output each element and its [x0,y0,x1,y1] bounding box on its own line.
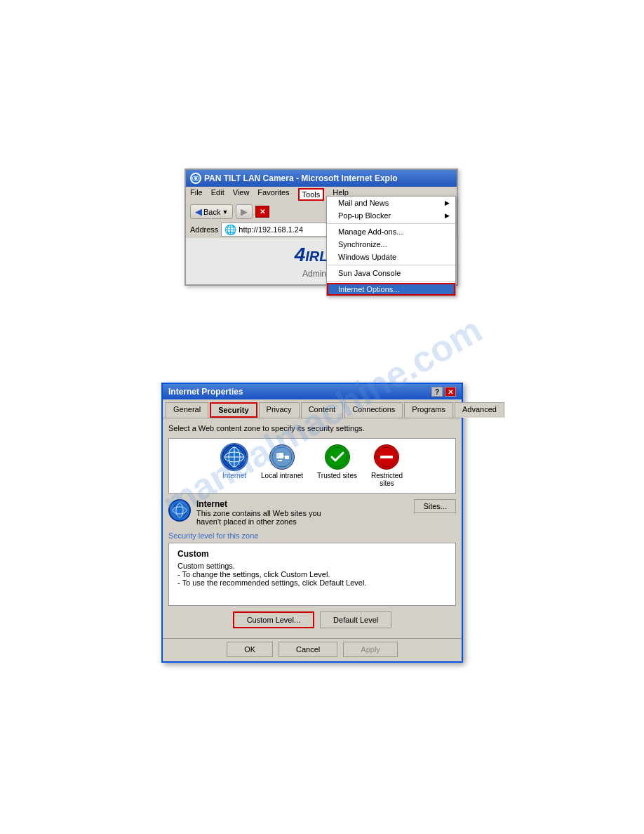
stop-button[interactable]: ✕ [255,206,269,218]
close-button[interactable]: ✕ [445,387,456,397]
dialog-tabs: General Security Privacy Content Connect… [163,399,462,418]
internet-info-area: Internet This zone contains all Web site… [168,499,456,526]
dialog-title-icons: ? ✕ [431,387,456,397]
dropdown-item-mail-label: Mail and News [338,199,389,207]
tab-general[interactable]: General [166,402,208,418]
dropdown-item-windows-update-label: Windows Update [338,253,396,261]
dropdown-item-internet-options[interactable]: Internet Options... [327,283,455,296]
zone-restricted-sites[interactable]: Restricted sites [371,444,403,487]
dropdown-item-addons[interactable]: Manage Add-ons... [327,225,455,238]
dialog-description: Select a Web content zone to specify its… [168,424,456,432]
svg-rect-11 [278,460,282,461]
browser-title: PAN TILT LAN Camera - Microsoft Internet… [204,173,398,183]
svg-rect-9 [285,456,289,459]
cancel-button[interactable]: Cancel [279,642,337,657]
dropdown-item-sync-label: Synchronize... [338,240,387,249]
dialog-title-bar: Internet Properties ? ✕ [163,384,462,399]
apply-button[interactable]: Apply [343,642,398,657]
dialog-footer: OK Cancel Apply [163,638,462,661]
tools-dropdown-menu: Mail and News ▶ Pop-up Blocker ▶ Manage … [326,196,456,296]
browser-title-bar: PAN TILT LAN Camera - Microsoft Internet… [186,170,457,187]
menu-file[interactable]: File [190,188,203,201]
dropdown-item-sync[interactable]: Synchronize... [327,238,455,251]
tab-privacy[interactable]: Privacy [259,402,300,418]
ie-icon [190,173,201,184]
tab-programs[interactable]: Programs [404,402,453,418]
tab-content-label: Content [309,405,336,413]
zone-trusted-sites[interactable]: Trusted sites [317,444,357,487]
stop-icon: ✕ [260,208,265,216]
zone-internet-icon [222,444,247,470]
zone-local-intranet[interactable]: Local intranet [261,444,303,487]
forward-arrow-icon: ▶ [241,206,248,217]
dropdown-item-mail[interactable]: Mail and News ▶ [327,197,455,209]
dropdown-divider-2 [327,265,455,265]
back-button[interactable]: ◀ Back ▼ [190,204,233,219]
custom-level-button[interactable]: Custom Level... [233,611,314,628]
ok-button[interactable]: OK [227,642,273,657]
help-button[interactable]: ? [431,387,443,397]
browser-title-left: PAN TILT LAN Camera - Microsoft Internet… [190,173,398,184]
custom-desc-1: Custom settings. [177,562,447,570]
menu-edit[interactable]: Edit [211,188,224,201]
default-level-button[interactable]: Default Level [320,611,391,628]
internet-desc-line2: haven't placed in other zones [196,517,408,526]
tab-connections-label: Connections [352,405,395,413]
tab-content[interactable]: Content [301,402,344,418]
zone-intranet-label: Local intranet [261,472,303,479]
zone-intranet-icon [269,444,295,470]
dropdown-item-internet-options-label: Internet Options... [338,285,399,293]
svg-point-15 [173,503,187,517]
dropdown-item-windows-update[interactable]: Windows Update [327,251,455,263]
menu-view[interactable]: View [233,188,250,201]
custom-desc-2: - To change the settings, click Custom L… [177,570,447,578]
security-level-area: Custom Custom settings. - To change the … [168,543,456,606]
dropdown-item-popup-label: Pop-up Blocker [338,211,391,220]
submenu-arrow-icon-2: ▶ [445,212,450,219]
sites-button[interactable]: Sites... [414,499,456,513]
tab-advanced[interactable]: Advanced [455,402,504,418]
dropdown-divider-3 [327,281,455,282]
dialog-content: Select a Web content zone to specify its… [163,418,462,638]
forward-button[interactable]: ▶ [236,204,253,219]
custom-title: Custom [177,549,447,559]
tab-security[interactable]: Security [210,402,257,418]
zone-restricted-icon [374,444,399,470]
address-globe-icon: 🌐 [224,224,236,235]
dropdown-arrow-icon: ▼ [222,208,228,216]
dropdown-item-popup[interactable]: Pop-up Blocker ▶ [327,209,455,222]
tab-general-label: General [173,405,201,413]
tab-privacy-label: Privacy [267,405,292,413]
dropdown-item-java-label: Sun Java Console [338,269,401,277]
internet-properties-dialog: Internet Properties ? ✕ General Security… [161,383,463,663]
submenu-arrow-icon: ▶ [445,199,450,206]
address-label: Address [190,225,218,234]
zone-trusted-label: Trusted sites [317,472,357,479]
back-label: Back [203,208,220,216]
dialog-title: Internet Properties [168,387,243,397]
tab-security-label: Security [218,406,248,414]
custom-desc-3: - To use the recommended settings, click… [177,578,447,587]
internet-description: Internet This zone contains all Web site… [196,499,408,526]
svg-rect-14 [380,456,393,458]
tab-programs-label: Programs [412,405,445,413]
dropdown-item-java[interactable]: Sun Java Console [327,267,455,279]
menu-tools[interactable]: Tools [298,188,325,201]
address-value: http://192.168.1.24 [239,225,303,234]
tab-connections[interactable]: Connections [344,402,403,418]
zone-internet-label: Internet [222,472,246,479]
internet-globe-icon [168,499,191,522]
dropdown-item-addons-label: Manage Add-ons... [338,227,403,236]
bottom-buttons: Custom Level... Default Level [168,611,456,628]
internet-desc-line1: This zone contains all Web sites you [196,509,408,517]
zone-internet[interactable]: Internet [222,444,247,487]
zone-trusted-icon [325,444,350,470]
zones-area: Internet Local intranet [168,438,456,494]
zone-restricted-label: Restricted sites [371,472,403,487]
internet-title: Internet [196,499,408,509]
menu-favorites[interactable]: Favorites [257,188,289,201]
svg-point-1 [194,177,197,180]
tab-advanced-label: Advanced [462,405,497,413]
svg-rect-8 [276,453,283,458]
dropdown-divider-1 [327,223,455,224]
